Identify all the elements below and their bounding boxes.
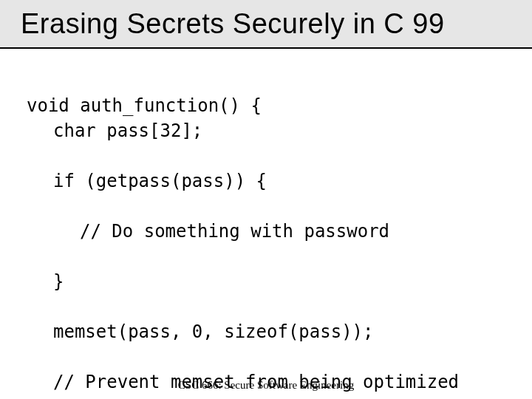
code-line: void auth_function() { bbox=[27, 95, 262, 116]
title-bar: Erasing Secrets Securely in C 99 bbox=[0, 0, 532, 49]
code-line: char pass[32]; bbox=[27, 118, 517, 143]
slide: Erasing Secrets Securely in C 99 void au… bbox=[0, 0, 532, 399]
code-block: void auth_function() { char pass[32]; if… bbox=[27, 68, 517, 399]
code-line: memset(pass, 0, sizeof(pass)); bbox=[27, 319, 517, 344]
code-line: if (getpass(pass)) { bbox=[27, 168, 517, 194]
slide-title: Erasing Secrets Securely in C 99 bbox=[21, 8, 445, 40]
code-line: // Do something with password bbox=[27, 219, 517, 244]
code-line: } bbox=[27, 269, 517, 294]
slide-footer: CSC 666: Secure Software Engineering bbox=[0, 379, 532, 392]
